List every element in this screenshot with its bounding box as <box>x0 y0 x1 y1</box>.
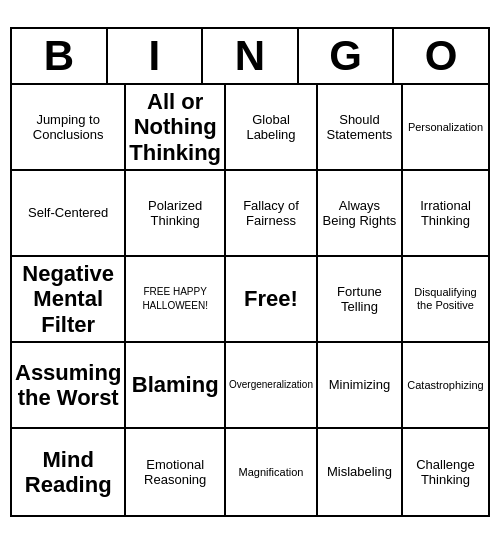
bingo-cell-13: Fortune Telling <box>318 257 403 343</box>
bingo-cell-21: Emotional Reasoning <box>126 429 226 515</box>
bingo-cell-8: Always Being Rights <box>318 171 403 257</box>
bingo-cell-10: Negative Mental Filter <box>12 257 126 343</box>
bingo-cell-15: Assuming the Worst <box>12 343 126 429</box>
bingo-cell-3: Should Statements <box>318 85 403 171</box>
bingo-cell-22: Magnification <box>226 429 318 515</box>
bingo-cell-2: Global Labeling <box>226 85 318 171</box>
bingo-cell-0: Jumping to Conclusions <box>12 85 126 171</box>
bingo-cell-19: Catastrophizing <box>403 343 488 429</box>
bingo-cell-14: Disqualifying the Positive <box>403 257 488 343</box>
bingo-card: BINGO Jumping to ConclusionsAll or Nothi… <box>10 27 490 517</box>
bingo-cell-9: Irrational Thinking <box>403 171 488 257</box>
bingo-cell-5: Self-Centered <box>12 171 126 257</box>
bingo-cell-16: Blaming <box>126 343 226 429</box>
bingo-cell-20: Mind Reading <box>12 429 126 515</box>
bingo-cell-11: FREE HAPPY HALLOWEEN! <box>126 257 226 343</box>
bingo-cell-6: Polarized Thinking <box>126 171 226 257</box>
bingo-cell-18: Minimizing <box>318 343 403 429</box>
bingo-cell-17: Overgeneralization <box>226 343 318 429</box>
bingo-letter-i: I <box>108 29 204 83</box>
bingo-grid: Jumping to ConclusionsAll or Nothing Thi… <box>12 85 488 515</box>
bingo-cell-7: Fallacy of Fairness <box>226 171 318 257</box>
bingo-letter-o: O <box>394 29 488 83</box>
bingo-cell-23: Mislabeling <box>318 429 403 515</box>
bingo-cell-4: Personalization <box>403 85 488 171</box>
bingo-letter-g: G <box>299 29 395 83</box>
bingo-cell-12: Free! <box>226 257 318 343</box>
bingo-letter-b: B <box>12 29 108 83</box>
bingo-cell-1: All or Nothing Thinking <box>126 85 226 171</box>
bingo-letter-n: N <box>203 29 299 83</box>
bingo-header: BINGO <box>12 29 488 85</box>
bingo-cell-24: Challenge Thinking <box>403 429 488 515</box>
